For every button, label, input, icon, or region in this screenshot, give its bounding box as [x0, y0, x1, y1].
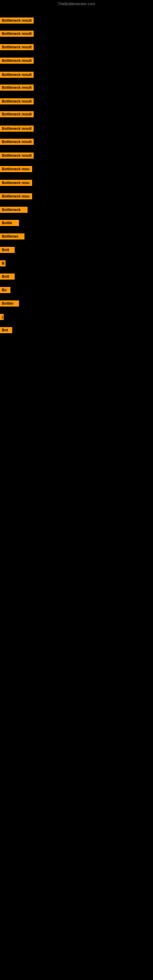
bottleneck-result-badge-23: |: [0, 314, 4, 320]
bottleneck-result-badge-1: Bottleneck result: [0, 18, 33, 24]
bottleneck-result-badge-11: Bottleneck result: [0, 153, 33, 159]
bottleneck-result-badge-18: Bott: [0, 247, 15, 253]
bottleneck-result-badge-24: Bot: [0, 327, 12, 333]
bottleneck-result-badge-17: Bottlenec: [0, 233, 24, 240]
bottleneck-result-badge-22: Bottler: [0, 301, 19, 307]
bottleneck-result-badge-6: Bottleneck result: [0, 84, 33, 91]
bottleneck-result-badge-15: Bottleneck: [0, 207, 27, 213]
bottleneck-result-badge-10: Bottleneck result: [0, 139, 33, 145]
bottleneck-result-badge-16: Bottle: [0, 220, 19, 226]
bottleneck-result-badge-14: Bottleneck resu: [0, 193, 32, 199]
bottleneck-result-badge-20: Bott: [0, 274, 15, 280]
bottleneck-result-badge-21: Bo: [0, 287, 10, 293]
bottleneck-result-badge-13: Bottleneck resu: [0, 180, 32, 186]
bottleneck-result-badge-7: Bottleneck result: [0, 98, 33, 105]
bottleneck-result-badge-2: Bottleneck result: [0, 30, 33, 37]
bottleneck-result-badge-3: Bottleneck result: [0, 44, 33, 50]
bottleneck-result-badge-4: Bottleneck result: [0, 57, 33, 64]
bottleneck-result-badge-9: Bottleneck result: [0, 126, 33, 132]
site-title: TheBottlenecker.com: [0, 2, 153, 6]
bottleneck-result-badge-19: B: [0, 260, 5, 266]
bottleneck-result-badge-5: Bottleneck result: [0, 72, 33, 78]
bottleneck-result-badge-8: Bottleneck result: [0, 111, 33, 117]
bottleneck-result-badge-12: Bottleneck resu: [0, 166, 32, 172]
